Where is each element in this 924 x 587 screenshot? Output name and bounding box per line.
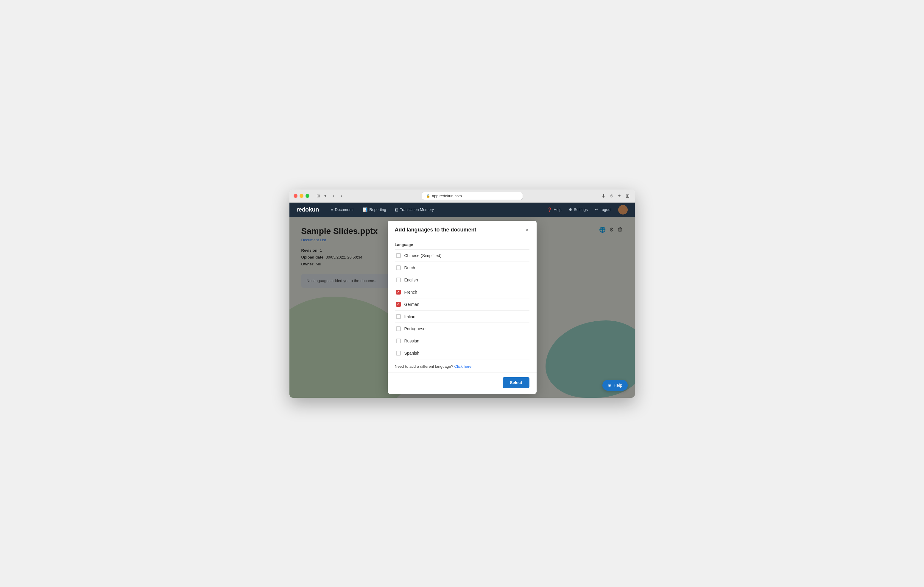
help-fab-label: Help [614, 383, 622, 388]
language-list: Chinese (Simplified)DutchEnglishFrenchGe… [395, 250, 530, 359]
browser-titlebar: ⊞ ▾ ‹ › 🔒 app.redokun.com ⬇ ⎋ + ⊞ [289, 189, 635, 202]
lang-item-italian[interactable]: Italian [395, 311, 530, 323]
modal-overlay[interactable]: Add languages to the document × Language… [289, 217, 635, 398]
nav-settings-label: Settings [574, 207, 588, 212]
lang-label-spanish: Spanish [404, 351, 419, 355]
nav-logout-label: Logout [600, 207, 612, 212]
lang-item-russian[interactable]: Russian [395, 335, 530, 347]
lang-label-chinese_simplified: Chinese (Simplified) [404, 253, 442, 258]
lang-checkbox-french[interactable] [396, 290, 401, 294]
nav-forward-btn[interactable]: › [339, 192, 344, 199]
nav-settings[interactable]: ⚙ Settings [566, 206, 591, 214]
lang-label-dutch: Dutch [404, 265, 416, 270]
modal-body: Language Chinese (Simplified)DutchEnglis… [388, 238, 536, 370]
nav-logout[interactable]: ↩ Logout [592, 206, 615, 214]
lang-checkbox-italian[interactable] [396, 314, 401, 319]
nav-help[interactable]: ❓ Help [544, 206, 564, 214]
lang-checkbox-dutch[interactable] [396, 265, 401, 270]
share-icon[interactable]: ⎋ [609, 192, 614, 200]
modal-header: Add languages to the document × [388, 221, 536, 238]
new-tab-icon[interactable]: + [617, 192, 622, 200]
app-nav: redokun ≡ Documents 📊 Reporting ◧ Transl… [289, 202, 635, 217]
sidebar-chevron-btn[interactable]: ▾ [322, 192, 328, 199]
lang-checkbox-german[interactable] [396, 302, 401, 307]
browser-actions: ⬇ ⎋ + ⊞ [600, 192, 630, 200]
nav-reporting-label: Reporting [369, 207, 386, 212]
traffic-light-close[interactable] [294, 194, 297, 198]
lang-item-english[interactable]: English [395, 274, 530, 286]
lang-checkbox-portuguese[interactable] [396, 326, 401, 331]
lang-checkbox-spanish[interactable] [396, 351, 401, 355]
lang-item-french[interactable]: French [395, 286, 530, 298]
lang-item-portuguese[interactable]: Portuguese [395, 323, 530, 335]
footer-note-text: Need to add a different language? [395, 364, 453, 368]
traffic-light-minimize[interactable] [300, 194, 304, 198]
nav-back-btn[interactable]: ‹ [331, 192, 336, 199]
avatar[interactable] [618, 205, 628, 214]
nav-brand: redokun [297, 206, 319, 213]
translation-memory-icon: ◧ [394, 207, 398, 212]
lang-checkbox-russian[interactable] [396, 339, 401, 343]
lang-item-chinese_simplified[interactable]: Chinese (Simplified) [395, 250, 530, 262]
lang-label-french: French [404, 290, 417, 294]
documents-icon: ≡ [331, 207, 333, 212]
page-background: Sample Slides.pptx Document List Revisio… [289, 217, 635, 398]
lang-checkbox-chinese_simplified[interactable] [396, 253, 401, 258]
help-fab-icon: ⊕ [608, 383, 611, 388]
settings-icon: ⚙ [569, 207, 573, 212]
sidebar-toggle-group: ⊞ ▾ [315, 192, 328, 199]
traffic-light-maximize[interactable] [305, 194, 309, 198]
language-column-header: Language [395, 238, 530, 250]
address-bar[interactable]: 🔒 app.redokun.com [422, 192, 523, 200]
select-button[interactable]: Select [503, 377, 529, 388]
modal-close-btn[interactable]: × [525, 227, 530, 233]
nav-documents[interactable]: ≡ Documents [327, 206, 358, 214]
nav-translation-memory[interactable]: ◧ Translation Memory [391, 206, 437, 214]
nav-right: ❓ Help ⚙ Settings ↩ Logout [544, 205, 628, 214]
lang-label-russian: Russian [404, 339, 419, 343]
footer-link[interactable]: Click here [454, 364, 472, 368]
lang-item-spanish[interactable]: Spanish [395, 347, 530, 359]
nav-reporting[interactable]: 📊 Reporting [359, 206, 389, 214]
nav-help-label: Help [554, 207, 562, 212]
lang-label-german: German [404, 302, 419, 307]
nav-translation-memory-label: Translation Memory [400, 207, 434, 212]
add-languages-modal: Add languages to the document × Language… [388, 221, 536, 394]
download-icon[interactable]: ⬇ [600, 192, 607, 200]
lang-item-german[interactable]: German [395, 298, 530, 311]
lang-checkbox-english[interactable] [396, 278, 401, 282]
lang-label-english: English [404, 278, 418, 282]
grid-icon[interactable]: ⊞ [624, 192, 631, 200]
lang-item-dutch[interactable]: Dutch [395, 262, 530, 274]
lock-icon: 🔒 [426, 194, 430, 198]
sidebar-toggle-btn[interactable]: ⊞ [315, 192, 322, 199]
nav-documents-label: Documents [335, 207, 355, 212]
help-fab-button[interactable]: ⊕ Help [602, 380, 628, 391]
help-icon: ❓ [547, 207, 552, 212]
url-display: app.redokun.com [432, 194, 462, 198]
modal-footer: Select [388, 372, 536, 394]
app-container: redokun ≡ Documents 📊 Reporting ◧ Transl… [289, 202, 635, 398]
footer-note: Need to add a different language? Click … [395, 359, 530, 370]
browser-window: ⊞ ▾ ‹ › 🔒 app.redokun.com ⬇ ⎋ + ⊞ redoku… [289, 189, 635, 398]
address-bar-container: 🔒 app.redokun.com [350, 192, 594, 200]
lang-label-portuguese: Portuguese [404, 326, 426, 331]
nav-links: ≡ Documents 📊 Reporting ◧ Translation Me… [327, 206, 544, 214]
logout-icon: ↩ [595, 207, 598, 212]
reporting-icon: 📊 [363, 207, 368, 212]
lang-label-italian: Italian [404, 314, 416, 319]
modal-title: Add languages to the document [395, 227, 477, 233]
traffic-lights [294, 194, 309, 198]
